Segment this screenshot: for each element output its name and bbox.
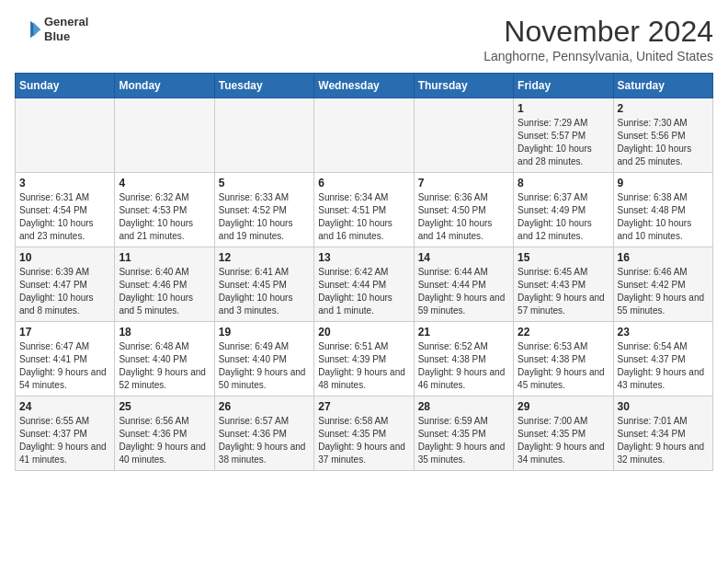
day-info: Sunrise: 6:31 AM Sunset: 4:54 PM Dayligh… [19, 191, 110, 243]
day-number: 16 [618, 251, 709, 264]
day-info: Sunrise: 6:37 AM Sunset: 4:49 PM Dayligh… [518, 191, 609, 243]
calendar-cell: 30Sunrise: 7:01 AM Sunset: 4:34 PM Dayli… [613, 396, 712, 471]
day-number: 15 [518, 251, 609, 264]
day-info: Sunrise: 6:52 AM Sunset: 4:38 PM Dayligh… [418, 340, 509, 392]
day-info: Sunrise: 6:32 AM Sunset: 4:53 PM Dayligh… [119, 191, 210, 243]
calendar-cell: 17Sunrise: 6:47 AM Sunset: 4:41 PM Dayli… [16, 322, 115, 396]
day-info: Sunrise: 6:49 AM Sunset: 4:40 PM Dayligh… [219, 340, 310, 392]
day-number: 8 [518, 177, 609, 190]
day-info: Sunrise: 7:01 AM Sunset: 4:34 PM Dayligh… [618, 415, 709, 466]
day-info: Sunrise: 6:47 AM Sunset: 4:41 PM Dayligh… [19, 340, 110, 392]
calendar-cell: 6Sunrise: 6:34 AM Sunset: 4:51 PM Daylig… [314, 173, 414, 247]
day-number: 20 [318, 326, 409, 339]
calendar-cell [314, 98, 414, 173]
day-number: 19 [219, 326, 310, 339]
day-number: 30 [618, 400, 709, 413]
day-info: Sunrise: 6:33 AM Sunset: 4:52 PM Dayligh… [219, 191, 310, 243]
calendar-week-3: 10Sunrise: 6:39 AM Sunset: 4:47 PM Dayli… [16, 247, 713, 322]
calendar-cell: 9Sunrise: 6:38 AM Sunset: 4:48 PM Daylig… [613, 173, 712, 247]
calendar-cell: 16Sunrise: 6:46 AM Sunset: 4:42 PM Dayli… [613, 247, 712, 322]
day-number: 4 [119, 177, 210, 190]
logo: General Blue [15, 15, 88, 43]
day-number: 25 [119, 400, 210, 413]
weekday-header-saturday: Saturday [613, 74, 712, 98]
calendar-cell: 23Sunrise: 6:54 AM Sunset: 4:37 PM Dayli… [613, 322, 712, 396]
day-info: Sunrise: 6:45 AM Sunset: 4:43 PM Dayligh… [518, 266, 609, 317]
day-info: Sunrise: 6:54 AM Sunset: 4:37 PM Dayligh… [618, 340, 709, 392]
calendar-cell: 3Sunrise: 6:31 AM Sunset: 4:54 PM Daylig… [16, 173, 115, 247]
day-number: 28 [418, 400, 509, 413]
day-info: Sunrise: 6:55 AM Sunset: 4:37 PM Dayligh… [19, 415, 110, 466]
month-title: November 2024 [483, 15, 713, 49]
day-number: 11 [119, 251, 210, 264]
day-info: Sunrise: 6:53 AM Sunset: 4:38 PM Dayligh… [518, 340, 609, 392]
day-number: 10 [19, 251, 110, 264]
weekday-header-sunday: Sunday [16, 74, 115, 98]
calendar-cell [115, 98, 214, 173]
calendar-cell: 18Sunrise: 6:48 AM Sunset: 4:40 PM Dayli… [115, 322, 214, 396]
day-number: 29 [518, 400, 609, 413]
calendar-week-1: 1Sunrise: 7:29 AM Sunset: 5:57 PM Daylig… [16, 98, 713, 173]
calendar-cell: 22Sunrise: 6:53 AM Sunset: 4:38 PM Dayli… [514, 322, 613, 396]
calendar-cell: 21Sunrise: 6:52 AM Sunset: 4:38 PM Dayli… [414, 322, 513, 396]
calendar-cell: 14Sunrise: 6:44 AM Sunset: 4:44 PM Dayli… [414, 247, 513, 322]
day-number: 18 [119, 326, 210, 339]
day-info: Sunrise: 6:58 AM Sunset: 4:35 PM Dayligh… [318, 415, 409, 466]
calendar-cell: 25Sunrise: 6:56 AM Sunset: 4:36 PM Dayli… [115, 396, 214, 471]
day-info: Sunrise: 6:48 AM Sunset: 4:40 PM Dayligh… [119, 340, 210, 392]
day-number: 14 [418, 251, 509, 264]
day-number: 13 [318, 251, 409, 264]
day-number: 12 [219, 251, 310, 264]
day-info: Sunrise: 6:44 AM Sunset: 4:44 PM Dayligh… [418, 266, 509, 317]
day-info: Sunrise: 6:57 AM Sunset: 4:36 PM Dayligh… [219, 415, 310, 466]
weekday-header-monday: Monday [115, 74, 214, 98]
location-text: Langhorne, Pennsylvania, United States [483, 49, 713, 63]
calendar-week-5: 24Sunrise: 6:55 AM Sunset: 4:37 PM Dayli… [16, 396, 713, 471]
logo-text: General Blue [44, 15, 88, 43]
calendar-cell: 27Sunrise: 6:58 AM Sunset: 4:35 PM Dayli… [314, 396, 414, 471]
day-info: Sunrise: 6:51 AM Sunset: 4:39 PM Dayligh… [318, 340, 409, 392]
day-number: 26 [219, 400, 310, 413]
day-info: Sunrise: 6:40 AM Sunset: 4:46 PM Dayligh… [119, 266, 210, 317]
calendar-cell: 7Sunrise: 6:36 AM Sunset: 4:50 PM Daylig… [414, 173, 513, 247]
calendar-cell: 1Sunrise: 7:29 AM Sunset: 5:57 PM Daylig… [514, 98, 613, 173]
page-header: General Blue November 2024 Langhorne, Pe… [15, 15, 713, 63]
calendar-cell: 12Sunrise: 6:41 AM Sunset: 4:45 PM Dayli… [214, 247, 313, 322]
weekday-header-thursday: Thursday [414, 74, 513, 98]
calendar-cell: 19Sunrise: 6:49 AM Sunset: 4:40 PM Dayli… [214, 322, 313, 396]
calendar-cell: 11Sunrise: 6:40 AM Sunset: 4:46 PM Dayli… [115, 247, 214, 322]
day-number: 22 [518, 326, 609, 339]
day-number: 24 [19, 400, 110, 413]
day-number: 1 [518, 102, 609, 115]
day-number: 2 [618, 102, 709, 115]
calendar-cell: 4Sunrise: 6:32 AM Sunset: 4:53 PM Daylig… [115, 173, 214, 247]
day-number: 5 [219, 177, 310, 190]
day-info: Sunrise: 6:36 AM Sunset: 4:50 PM Dayligh… [418, 191, 509, 243]
weekday-header-row: SundayMondayTuesdayWednesdayThursdayFrid… [16, 74, 713, 98]
calendar-cell: 5Sunrise: 6:33 AM Sunset: 4:52 PM Daylig… [214, 173, 313, 247]
weekday-header-friday: Friday [514, 74, 613, 98]
calendar-cell: 26Sunrise: 6:57 AM Sunset: 4:36 PM Dayli… [214, 396, 313, 471]
day-info: Sunrise: 6:46 AM Sunset: 4:42 PM Dayligh… [618, 266, 709, 317]
day-number: 21 [418, 326, 509, 339]
calendar-cell [414, 98, 513, 173]
calendar-cell: 28Sunrise: 6:59 AM Sunset: 4:35 PM Dayli… [414, 396, 513, 471]
day-info: Sunrise: 6:34 AM Sunset: 4:51 PM Dayligh… [318, 191, 409, 243]
day-number: 9 [618, 177, 709, 190]
day-info: Sunrise: 7:30 AM Sunset: 5:56 PM Dayligh… [618, 117, 709, 168]
day-number: 6 [318, 177, 409, 190]
day-info: Sunrise: 6:59 AM Sunset: 4:35 PM Dayligh… [418, 415, 509, 466]
calendar-cell: 29Sunrise: 7:00 AM Sunset: 4:35 PM Dayli… [514, 396, 613, 471]
calendar-table: SundayMondayTuesdayWednesdayThursdayFrid… [15, 73, 713, 471]
title-block: November 2024 Langhorne, Pennsylvania, U… [483, 15, 713, 63]
day-info: Sunrise: 6:38 AM Sunset: 4:48 PM Dayligh… [618, 191, 709, 243]
day-number: 27 [318, 400, 409, 413]
day-number: 23 [618, 326, 709, 339]
day-number: 3 [19, 177, 110, 190]
day-info: Sunrise: 6:41 AM Sunset: 4:45 PM Dayligh… [219, 266, 310, 317]
calendar-cell [16, 98, 115, 173]
logo-icon [15, 17, 40, 42]
day-info: Sunrise: 7:29 AM Sunset: 5:57 PM Dayligh… [518, 117, 609, 168]
calendar-week-2: 3Sunrise: 6:31 AM Sunset: 4:54 PM Daylig… [16, 173, 713, 247]
day-info: Sunrise: 6:56 AM Sunset: 4:36 PM Dayligh… [119, 415, 210, 466]
